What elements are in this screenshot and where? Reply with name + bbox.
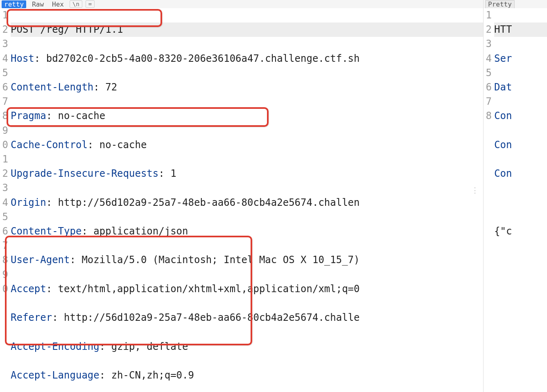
response-status-line: HTT: [494, 23, 547, 37]
header-origin: Origin: http://56d102a9-25a7-48eb-aa66-8…: [11, 196, 483, 210]
request-line: POST /reg/ HTTP/1.1: [11, 23, 483, 37]
header-content-length: Content-Length: 72: [11, 80, 483, 95]
request-tabs: retty Raw Hex \n =: [0, 0, 483, 8]
header-user-agent: User-Agent: Mozilla/5.0 (Macintosh; Inte…: [11, 253, 483, 267]
header-pragma: Pragma: no-cache: [11, 109, 483, 123]
header-accept-language: Accept-Language: zh-CN,zh;q=0.9: [11, 368, 483, 383]
response-pane: Pretty 1 2 3 4 5 6 7 8 HTT Ser Dat Con C…: [483, 0, 547, 392]
header-host: Host: bd2702c0-2cb5-4a00-8320-206e36106a…: [11, 52, 483, 66]
newline-toggle-button[interactable]: \n: [70, 0, 82, 8]
equals-toggle-button[interactable]: =: [86, 0, 95, 8]
header-content-type: Content-Type: application/json: [11, 224, 483, 239]
http-editor-container: retty Raw Hex \n = 1 2 3 4 5 6 7 8 9 0 1…: [0, 0, 547, 392]
response-gutter: 1 2 3 4 5 6 7 8: [484, 8, 494, 392]
response-tabs: Pretty: [484, 0, 547, 8]
tab-raw[interactable]: Raw: [29, 0, 46, 8]
more-icon[interactable]: ⋮: [471, 186, 479, 194]
header-referer: Referer: http://56d102a9-25a7-48eb-aa66-…: [11, 311, 483, 325]
header-cache-control: Cache-Control: no-cache: [11, 138, 483, 152]
request-editor[interactable]: 1 2 3 4 5 6 7 8 9 0 1 2 3 4 5 6 7 8 9: [0, 8, 483, 392]
response-code[interactable]: HTT Ser Dat Con Con Con {"c: [494, 8, 547, 392]
tab-hex[interactable]: Hex: [50, 0, 66, 8]
response-header: Con: [494, 167, 547, 181]
response-editor[interactable]: 1 2 3 4 5 6 7 8 HTT Ser Dat Con Con Con …: [484, 8, 547, 392]
response-header: Con: [494, 138, 547, 152]
tab-pretty-response[interactable]: Pretty: [485, 0, 515, 8]
request-pane: retty Raw Hex \n = 1 2 3 4 5 6 7 8 9 0 1…: [0, 0, 483, 392]
header-accept: Accept: text/html,application/xhtml+xml,…: [11, 282, 483, 296]
tab-pretty[interactable]: retty: [2, 0, 26, 8]
header-upgrade-insecure: Upgrade-Insecure-Requests: 1: [11, 167, 483, 181]
header-accept-encoding: Accept-Encoding: gzip, deflate: [11, 340, 483, 354]
response-body: {"c: [494, 224, 547, 239]
response-blank: [494, 196, 547, 210]
response-header: Con: [494, 109, 547, 123]
response-header: Dat: [494, 80, 547, 95]
request-gutter: 1 2 3 4 5 6 7 8 9 0 1 2 3 4 5 6 7 8 9: [0, 8, 11, 392]
request-code[interactable]: POST /reg/ HTTP/1.1 Host: bd2702c0-2cb5-…: [11, 8, 483, 392]
response-header: Ser: [494, 52, 547, 66]
